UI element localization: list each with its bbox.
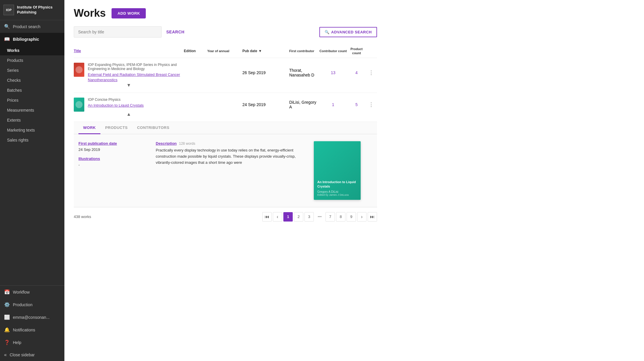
page-7-button[interactable]: 7 (326, 212, 335, 222)
sidebar-item-products[interactable]: Products (0, 55, 64, 65)
work-product-count[interactable]: 5 (348, 102, 365, 107)
search-input[interactable] (74, 26, 162, 38)
book-thumb-author: Gregory A DiLisi (317, 190, 338, 193)
sidebar-item-marketing-texts[interactable]: Marketing texts (0, 125, 64, 135)
col-header-title[interactable]: Title (74, 49, 184, 53)
sidebar-logo: IOP (4, 5, 14, 15)
work-title-area: IOP Concise Physics An Introduction to L… (74, 98, 184, 112)
first-page-button[interactable]: ⏮ (262, 212, 272, 222)
advanced-search-button[interactable]: 🔍 ADVANCED SEARCH (319, 27, 377, 37)
sidebar-item-notifications[interactable]: 🔔 Notifications (0, 323, 64, 336)
prev-page-button[interactable]: ‹ (273, 212, 282, 222)
page-1-button[interactable]: 1 (283, 212, 293, 222)
next-page-button[interactable]: › (357, 212, 366, 222)
production-label: Production (13, 302, 32, 307)
book-icon: 📖 (4, 36, 10, 42)
work-expand-button[interactable]: ▼ (74, 83, 184, 88)
work-pub-date: 26 Sep 2019 (242, 70, 289, 75)
search-button[interactable]: SEARCH (166, 30, 184, 34)
search-icon: 🔍 (4, 24, 10, 29)
description-text: Practically every display technology in … (156, 147, 307, 166)
tab-work[interactable]: WORK (78, 122, 100, 134)
work-cover (74, 98, 84, 112)
tab-contributors[interactable]: CONTRIBUTORS (132, 122, 174, 134)
sidebar-product-search[interactable]: 🔍 Product search (0, 20, 64, 33)
page-header: Works ADD WORK (74, 7, 377, 19)
work-contributor-count[interactable]: 1 (318, 102, 348, 107)
col-header-pub-date[interactable]: Pub date ▼ (242, 49, 289, 53)
page-2-button[interactable]: 2 (294, 212, 303, 222)
illustrations-label[interactable]: Illustrations (78, 156, 149, 161)
right-column: An Introduction to Liquid Crystals Grego… (314, 141, 372, 200)
sidebar-item-measurements[interactable]: Measurements (0, 105, 64, 115)
tab-products[interactable]: PRODUCTS (100, 122, 132, 134)
bibliographic-section-header[interactable]: 📖 Bibliographic (0, 33, 64, 45)
middle-column: Description 128 words Practically every … (156, 141, 307, 200)
col-header-year: Year of annual (207, 49, 242, 53)
production-icon: ⚙️ (4, 302, 10, 307)
work-actions-button[interactable]: ⋮ (365, 101, 377, 108)
add-work-button[interactable]: ADD WORK (112, 8, 146, 18)
description-label[interactable]: Description (156, 141, 177, 146)
user-icon: ⬜ (4, 314, 10, 320)
book-thumbnail: An Introduction to Liquid Crystals Grego… (314, 141, 361, 200)
sidebar-item-series[interactable]: Series (0, 65, 64, 75)
description-header: Description 128 words (156, 141, 307, 146)
work-contributor-count[interactable]: 13 (318, 70, 348, 75)
work-cover (74, 63, 84, 77)
sidebar-item-production[interactable]: ⚙️ Production (0, 298, 64, 311)
work-info: IOP Expanding Physics, IPEM-IOP Series i… (88, 63, 184, 83)
work-contributor: Thorat, Nanasaheb D (289, 68, 318, 77)
table-header: Title Edition Year of annual Pub date ▼ … (74, 45, 377, 58)
first-pub-date-value: 24 Sep 2019 (78, 147, 149, 152)
work-title-link[interactable]: An Introduction to Liquid Crystals (88, 103, 144, 108)
sidebar-item-help[interactable]: ❓ Help (0, 336, 64, 349)
sidebar-item-sales-rights[interactable]: Sales rights (0, 135, 64, 145)
search-icon: 🔍 (325, 30, 330, 34)
pub-date-label: Pub date (242, 49, 257, 53)
search-bar: SEARCH 🔍 ADVANCED SEARCH (74, 26, 377, 38)
sidebar-item-close[interactable]: « Close sidebar (0, 349, 64, 361)
work-row-main: IOP Expanding Physics, IPEM-IOP Series i… (74, 58, 377, 93)
sidebar-item-checks[interactable]: Checks (0, 75, 64, 85)
left-column: First publication date 24 Sep 2019 Illus… (78, 141, 149, 200)
expanded-content: First publication date 24 Sep 2019 Illus… (74, 134, 377, 207)
sidebar-header: IOP Institute Of Physics Publishing (0, 0, 64, 20)
work-pub-date: 24 Sep 2019 (242, 102, 289, 107)
sidebar-item-workflow[interactable]: 📅 Workflow (0, 286, 64, 298)
sidebar-item-user[interactable]: ⬜ emma@consonan... (0, 311, 64, 323)
work-contributor: DiLisi, Gregory A (289, 100, 318, 109)
work-title-area: IOP Expanding Physics, IPEM-IOP Series i… (74, 63, 184, 83)
cover-icon (76, 66, 83, 73)
last-page-button[interactable]: ⏭ (368, 212, 377, 222)
work-title-link[interactable]: External Field and Radiation Stimulated … (88, 72, 180, 82)
sidebar-item-prices[interactable]: Prices (0, 95, 64, 105)
work-info: IOP Concise Physics An Introduction to L… (88, 98, 144, 108)
sidebar-item-extents[interactable]: Extents (0, 115, 64, 125)
page-3-button[interactable]: 3 (304, 212, 314, 222)
col-header-contributor-count: Contributor count (318, 49, 348, 53)
work-product-count[interactable]: 4 (348, 70, 365, 75)
calendar-icon: 📅 (4, 289, 10, 295)
bibliographic-label: Bibliographic (13, 37, 39, 42)
work-series: IOP Concise Physics (88, 98, 144, 102)
work-expanded-panel: WORK PRODUCTS CONTRIBUTORS First publica… (74, 122, 377, 207)
bell-icon: 🔔 (4, 327, 10, 333)
close-sidebar-label: Close sidebar (10, 353, 35, 357)
main-content: Works ADD WORK SEARCH 🔍 ADVANCED SEARCH … (64, 0, 644, 361)
page-title: Works (74, 7, 106, 19)
advanced-search-label: ADVANCED SEARCH (331, 30, 372, 34)
pagination: ⏮ ‹ 1 2 3 ••• 7 8 9 › ⏭ (262, 212, 377, 222)
sidebar-item-works[interactable]: Works (0, 45, 64, 55)
sidebar-search-label: Product search (13, 24, 40, 29)
page-9-button[interactable]: 9 (347, 212, 356, 222)
work-actions-button[interactable]: ⋮ (365, 69, 377, 76)
first-pub-date-label[interactable]: First publication date (78, 141, 149, 146)
page-8-button[interactable]: 8 (336, 212, 345, 222)
tabs-bar: WORK PRODUCTS CONTRIBUTORS (74, 122, 377, 134)
sidebar-item-batches[interactable]: Batches (0, 85, 64, 95)
col-header-first-contributor: First contributor (289, 49, 318, 53)
word-count: 128 words (179, 142, 195, 146)
work-collapse-button[interactable]: ▲ (74, 112, 184, 117)
user-label: emma@consonan... (13, 315, 50, 320)
